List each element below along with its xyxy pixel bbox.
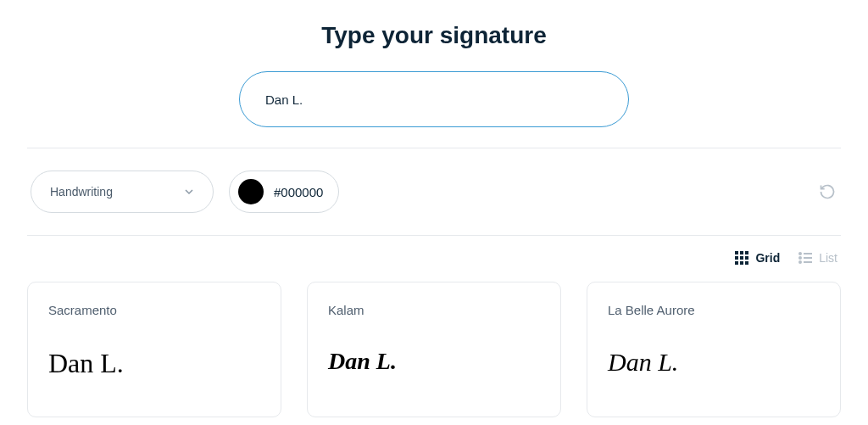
reset-button[interactable] (817, 182, 837, 202)
view-switch: Grid List (27, 236, 841, 282)
font-name-label: La Belle Aurore (608, 303, 820, 317)
font-name-label: Sacramento (48, 303, 260, 317)
toolbar: Handwriting #000000 (27, 148, 841, 235)
svg-rect-6 (735, 261, 738, 265)
font-cards: Sacramento Dan L. Kalam Dan L. La Belle … (27, 282, 841, 417)
svg-rect-5 (745, 256, 748, 260)
font-name-label: Kalam (328, 303, 540, 317)
color-picker[interactable]: #000000 (229, 171, 339, 213)
font-card-la-belle-aurore[interactable]: La Belle Aurore Dan L. (587, 282, 841, 417)
svg-rect-7 (740, 261, 743, 265)
signature-preview: Dan L. (328, 350, 540, 373)
view-list-label: List (819, 251, 837, 265)
svg-point-9 (799, 253, 801, 254)
svg-point-11 (799, 257, 801, 259)
list-icon (798, 251, 812, 265)
signature-preview: Dan L. (608, 350, 820, 375)
font-card-kalam[interactable]: Kalam Dan L. (307, 282, 561, 417)
view-list-button[interactable]: List (798, 251, 837, 265)
color-hex-label: #000000 (274, 185, 323, 199)
view-grid-button[interactable]: Grid (735, 251, 780, 265)
signature-input[interactable] (239, 71, 629, 127)
color-swatch (238, 179, 264, 204)
svg-point-13 (799, 261, 801, 263)
grid-icon (735, 251, 748, 265)
svg-rect-0 (735, 251, 738, 254)
signature-preview: Dan L. (48, 350, 260, 377)
svg-rect-2 (745, 251, 748, 254)
font-card-sacramento[interactable]: Sacramento Dan L. (27, 282, 281, 417)
page-title: Type your signature (27, 22, 841, 49)
svg-rect-8 (745, 261, 748, 265)
chevron-down-icon (184, 187, 194, 197)
reset-icon (819, 183, 836, 200)
signature-input-wrap (27, 71, 841, 127)
font-style-label: Handwriting (50, 185, 113, 199)
view-grid-label: Grid (755, 251, 780, 265)
svg-rect-1 (740, 251, 743, 254)
svg-rect-3 (735, 256, 738, 260)
svg-rect-4 (740, 256, 743, 260)
font-style-select[interactable]: Handwriting (31, 171, 214, 213)
